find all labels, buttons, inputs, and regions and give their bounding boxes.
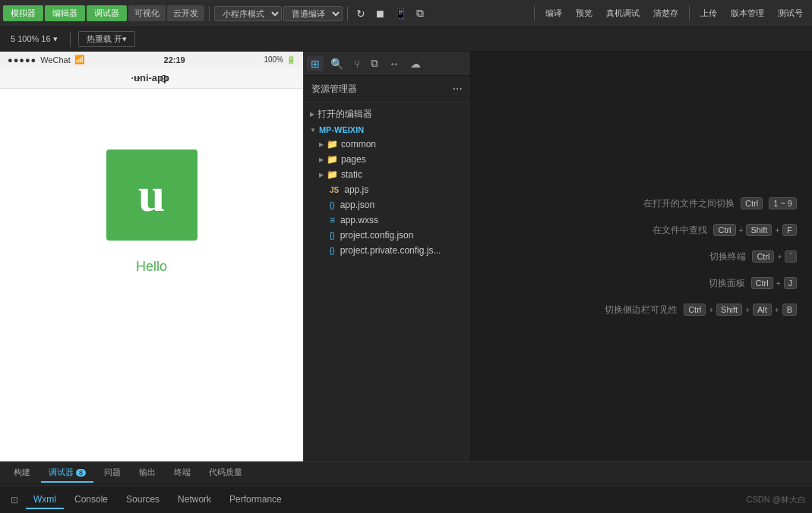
phone-content: u Hello	[0, 89, 303, 461]
file-projectprivate[interactable]: {} project.private.config.js...	[304, 243, 470, 258]
explorer-more-icon[interactable]: ···	[453, 82, 463, 96]
shortcut-keys-2: Ctrl + `	[752, 250, 797, 263]
file-explorer: ⊞ 🔍 ⑂ ⧉ ↔ ☁ 资源管理器 ··· ▶ 打开的编辑器 ▼ MP-WEIX…	[304, 52, 471, 461]
right-toolbar: 编译 预览 真机调试 清楚存 上传 版本管理 测试号	[531, 5, 809, 21]
project-item[interactable]: ▼ MP-WEIXIN	[304, 123, 470, 137]
more-icon[interactable]: ···	[131, 71, 141, 85]
devtab-console[interactable]: Console	[67, 491, 115, 509]
key-b: B	[782, 304, 797, 316]
key-shift-1: Shift	[746, 224, 772, 236]
top-toolbar: 模拟器 编辑器 调试器 可视化 云开发 小程序模式 普通编译 ↻ ⏹ 📱 ⧉ 编…	[0, 0, 812, 27]
hot-reload-btn[interactable]: 热重载 开▾	[78, 31, 135, 47]
key-ctrl-0: Ctrl	[741, 197, 763, 209]
devtab-wxml[interactable]: Wxml	[26, 491, 64, 509]
chevron-right-pages-icon: ▶	[319, 156, 324, 163]
stop-icon-btn[interactable]: ⏹	[371, 6, 389, 21]
chevron-down-icon: ▼	[310, 127, 316, 134]
folder-static[interactable]: ▶ 📁 static	[304, 167, 470, 182]
shortcut-row-4: 切换侧边栏可见性 Ctrl + Shift + Alt + B	[586, 304, 797, 316]
folder-pages[interactable]: ▶ 📁 pages	[304, 152, 470, 167]
shortcut-desc-1: 在文件中查找	[616, 224, 707, 237]
devtab-performance[interactable]: Performance	[222, 491, 289, 509]
divider3	[534, 5, 535, 20]
key-plus-4a: +	[709, 306, 713, 314]
tab-codequality[interactable]: 代码质量	[201, 464, 250, 483]
copy-icon-btn[interactable]: ⧉	[412, 5, 428, 21]
file-appjs[interactable]: JS app.js	[304, 182, 470, 197]
phone-nav-bar: uni-app ··· ⊙	[0, 68, 303, 89]
preview-btn[interactable]: 预览	[570, 5, 599, 21]
refresh-icon-btn[interactable]: ↻	[352, 6, 369, 21]
key-ctrl-2: Ctrl	[752, 250, 774, 263]
mode-select[interactable]: 小程序模式	[214, 6, 282, 21]
tab-build[interactable]: 构建	[6, 464, 38, 483]
file-appjs-label: app.js	[344, 184, 368, 195]
shortcut-keys-3: Ctrl + J	[751, 277, 797, 289]
arrow-icon-btn[interactable]: ↔	[385, 56, 403, 71]
compile-select[interactable]: 普通编译	[283, 6, 343, 21]
phone-simulator: ●●●●● WeChat 📶 22:19 100% 🔋 uni-app ··· …	[0, 52, 304, 461]
divider2	[347, 6, 348, 21]
cloud-btn[interactable]: 云开发	[167, 5, 204, 21]
file-projectconfig[interactable]: {} project.config.json	[304, 228, 470, 243]
chevron-right-static-icon: ▶	[319, 172, 324, 178]
signal-icon: ●●●●●	[8, 55, 36, 65]
devtools-cursor-icon[interactable]: ⊡	[6, 493, 23, 507]
file-appjson[interactable]: {} app.json	[304, 197, 470, 212]
open-editors-item[interactable]: ▶ 打开的编辑器	[304, 105, 470, 123]
compile-action-btn[interactable]: 编译	[539, 5, 568, 21]
cloud-icon-btn[interactable]: ☁	[406, 56, 425, 71]
visualize-btn[interactable]: 可视化	[128, 5, 166, 21]
editor-btn[interactable]: 编辑器	[45, 5, 85, 21]
chevron-right-icon: ▶	[310, 111, 314, 118]
folder-common[interactable]: ▶ 📁 common	[304, 137, 470, 152]
phone-time: 22:19	[164, 55, 185, 65]
folder-icon-pages: 📁	[327, 154, 338, 165]
key-plus-4c: +	[775, 306, 779, 314]
file-icon-projectconfig: {}	[330, 231, 335, 240]
file-projectconfig-label: project.config.json	[340, 230, 414, 241]
key-shift-4: Shift	[716, 304, 742, 316]
file-icon-appjson: {}	[330, 201, 335, 209]
folder-common-label: common	[341, 139, 376, 149]
key-alt-4: Alt	[753, 304, 772, 316]
folder-static-label: static	[341, 169, 362, 180]
target-icon[interactable]: ⊙	[160, 72, 169, 84]
file-appwxss[interactable]: ≡ app.wxss	[304, 212, 470, 228]
chevron-right-common-icon: ▶	[319, 141, 324, 148]
app-icon-letter: u	[138, 167, 166, 223]
wifi-icon: 📶	[74, 55, 85, 65]
version-btn[interactable]: 版本管理	[725, 5, 770, 21]
folder-icon-common: 📁	[327, 139, 338, 149]
test-btn[interactable]: 测试号	[772, 5, 809, 21]
devtab-network[interactable]: Network	[170, 491, 219, 509]
shortcut-keys-4: Ctrl + Shift + Alt + B	[684, 304, 797, 316]
debugger-badge: 8	[76, 469, 86, 477]
shortcut-row-2: 切换终端 Ctrl + `	[655, 250, 797, 263]
devtab-sources[interactable]: Sources	[118, 491, 167, 509]
phone-icon-btn[interactable]: 📱	[390, 6, 411, 21]
divider4	[689, 5, 690, 20]
shortcut-desc-0: 在打开的文件之间切换	[643, 197, 735, 210]
copy2-icon-btn[interactable]: ⧉	[367, 55, 382, 71]
debugger-btn[interactable]: 调试器	[87, 5, 127, 21]
real-debug-btn[interactable]: 真机调试	[600, 5, 646, 21]
file-icon-appwxss: ≡	[330, 215, 335, 225]
simulator-btn[interactable]: 模拟器	[3, 5, 43, 21]
tab-issues[interactable]: 问题	[96, 464, 128, 483]
key-plus-2: +	[777, 253, 782, 261]
tab-output[interactable]: 输出	[131, 464, 163, 483]
file-icon-projectprivate: {}	[330, 247, 335, 255]
explorer-section: ▶ 打开的编辑器 ▼ MP-WEIXIN ▶ 📁 common ▶ 📁 page…	[304, 102, 470, 261]
key-1-9: 1 ~ 9	[769, 197, 797, 209]
upload-btn[interactable]: 上传	[694, 5, 723, 21]
second-toolbar: 5 100% 16 ▾ 热重载 开▾	[0, 27, 812, 52]
search-icon-btn[interactable]: 🔍	[327, 56, 347, 71]
git-icon-btn[interactable]: ⑂	[350, 56, 364, 71]
key-plus-1: +	[739, 226, 744, 234]
files-icon-btn[interactable]: ⊞	[307, 56, 324, 71]
tab-terminal[interactable]: 终端	[166, 464, 198, 483]
key-plus-1b: +	[775, 226, 779, 234]
tab-debugger[interactable]: 调试器8	[41, 464, 93, 483]
clean-btn[interactable]: 清楚存	[647, 5, 684, 21]
